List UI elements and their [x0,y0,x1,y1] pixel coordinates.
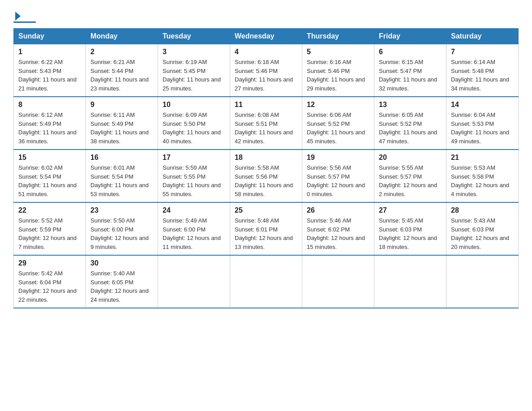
weekday-header-monday: Monday [86,29,158,44]
calendar-day-cell: 5Sunrise: 6:16 AMSunset: 5:46 PMDaylight… [302,44,374,97]
calendar-day-cell: 26Sunrise: 5:46 AMSunset: 6:02 PMDayligh… [302,202,374,255]
day-info: Sunrise: 5:45 AMSunset: 6:03 PMDaylight:… [379,216,442,251]
day-info: Sunrise: 5:52 AMSunset: 5:59 PMDaylight:… [18,216,81,251]
day-number: 18 [235,154,297,162]
calendar-day-cell: 6Sunrise: 6:15 AMSunset: 5:47 PMDaylight… [374,44,446,97]
calendar-day-cell [374,255,446,308]
calendar-day-cell: 12Sunrise: 6:06 AMSunset: 5:52 PMDayligh… [302,97,374,150]
calendar-day-cell: 2Sunrise: 6:21 AMSunset: 5:44 PMDaylight… [86,44,158,97]
day-info: Sunrise: 6:06 AMSunset: 5:52 PMDaylight:… [307,111,369,146]
day-number: 19 [307,154,369,162]
calendar-week-row: 1Sunrise: 6:22 AMSunset: 5:43 PMDaylight… [14,44,519,97]
day-number: 17 [163,154,225,162]
day-info: Sunrise: 6:22 AMSunset: 5:43 PMDaylight:… [18,58,81,93]
weekday-header-wednesday: Wednesday [230,29,302,44]
day-number: 2 [90,48,153,56]
day-number: 22 [18,206,81,214]
day-number: 27 [379,206,442,214]
day-info: Sunrise: 6:02 AMSunset: 5:54 PMDaylight:… [18,163,81,198]
calendar-day-cell: 24Sunrise: 5:49 AMSunset: 6:00 PMDayligh… [158,202,230,255]
day-number: 10 [163,101,225,109]
logo-arrow-icon [15,12,21,21]
calendar-day-cell: 9Sunrise: 6:11 AMSunset: 5:49 PMDaylight… [86,97,158,150]
day-number: 16 [90,154,153,162]
day-number: 13 [379,101,442,109]
day-info: Sunrise: 5:53 AMSunset: 5:58 PMDaylight:… [451,163,514,198]
calendar-day-cell: 22Sunrise: 5:52 AMSunset: 5:59 PMDayligh… [14,202,86,255]
calendar-day-cell: 29Sunrise: 5:42 AMSunset: 6:04 PMDayligh… [14,255,86,308]
day-info: Sunrise: 6:08 AMSunset: 5:51 PMDaylight:… [235,111,297,146]
day-info: Sunrise: 6:14 AMSunset: 5:48 PMDaylight:… [451,58,514,93]
day-number: 1 [18,48,81,56]
calendar-day-cell: 23Sunrise: 5:50 AMSunset: 6:00 PMDayligh… [86,202,158,255]
day-number: 5 [307,48,369,56]
day-info: Sunrise: 5:46 AMSunset: 6:02 PMDaylight:… [307,216,369,251]
calendar-day-cell: 18Sunrise: 5:58 AMSunset: 5:56 PMDayligh… [230,150,302,202]
day-number: 14 [451,101,514,109]
calendar-day-cell: 15Sunrise: 6:02 AMSunset: 5:54 PMDayligh… [14,150,86,202]
weekday-header-sunday: Sunday [14,29,86,44]
calendar-day-cell: 27Sunrise: 5:45 AMSunset: 6:03 PMDayligh… [374,202,446,255]
calendar-day-cell: 25Sunrise: 5:48 AMSunset: 6:01 PMDayligh… [230,202,302,255]
day-number: 3 [163,48,225,56]
day-info: Sunrise: 6:09 AMSunset: 5:50 PMDaylight:… [163,111,225,146]
calendar-day-cell: 17Sunrise: 5:59 AMSunset: 5:55 PMDayligh… [158,150,230,202]
day-number: 4 [235,48,297,56]
day-info: Sunrise: 5:43 AMSunset: 6:03 PMDaylight:… [451,216,514,251]
calendar-week-row: 29Sunrise: 5:42 AMSunset: 6:04 PMDayligh… [14,255,519,308]
day-info: Sunrise: 6:11 AMSunset: 5:49 PMDaylight:… [90,111,153,146]
calendar-day-cell: 21Sunrise: 5:53 AMSunset: 5:58 PMDayligh… [446,150,519,202]
day-info: Sunrise: 6:05 AMSunset: 5:52 PMDaylight:… [379,111,442,146]
calendar-table: SundayMondayTuesdayWednesdayThursdayFrid… [13,28,519,308]
day-number: 24 [163,206,225,214]
day-number: 6 [379,48,442,56]
day-info: Sunrise: 5:59 AMSunset: 5:55 PMDaylight:… [163,163,225,198]
day-info: Sunrise: 6:15 AMSunset: 5:47 PMDaylight:… [379,58,442,93]
day-number: 15 [18,154,81,162]
calendar-day-cell: 3Sunrise: 6:19 AMSunset: 5:45 PMDaylight… [158,44,230,97]
calendar-day-cell [230,255,302,308]
calendar-day-cell [158,255,230,308]
day-info: Sunrise: 6:12 AMSunset: 5:49 PMDaylight:… [18,111,81,146]
day-number: 21 [451,154,514,162]
weekday-header-thursday: Thursday [302,29,374,44]
day-info: Sunrise: 5:55 AMSunset: 5:57 PMDaylight:… [379,163,442,198]
day-info: Sunrise: 5:58 AMSunset: 5:56 PMDaylight:… [235,163,297,198]
calendar-day-cell: 20Sunrise: 5:55 AMSunset: 5:57 PMDayligh… [374,150,446,202]
day-number: 8 [18,101,81,109]
day-number: 7 [451,48,514,56]
day-info: Sunrise: 5:48 AMSunset: 6:01 PMDaylight:… [235,216,297,251]
day-info: Sunrise: 5:49 AMSunset: 6:00 PMDaylight:… [163,216,225,251]
calendar-week-row: 22Sunrise: 5:52 AMSunset: 5:59 PMDayligh… [14,202,519,255]
day-number: 29 [18,259,81,267]
calendar-day-cell: 28Sunrise: 5:43 AMSunset: 6:03 PMDayligh… [446,202,519,255]
day-number: 23 [90,206,153,214]
day-info: Sunrise: 5:50 AMSunset: 6:00 PMDaylight:… [90,216,153,251]
calendar-week-row: 15Sunrise: 6:02 AMSunset: 5:54 PMDayligh… [14,150,519,202]
calendar-day-cell: 13Sunrise: 6:05 AMSunset: 5:52 PMDayligh… [374,97,446,150]
day-number: 26 [307,206,369,214]
day-info: Sunrise: 6:16 AMSunset: 5:46 PMDaylight:… [307,58,369,93]
calendar-day-cell: 8Sunrise: 6:12 AMSunset: 5:49 PMDaylight… [14,97,86,150]
calendar-day-cell: 4Sunrise: 6:18 AMSunset: 5:46 PMDaylight… [230,44,302,97]
logo-row [13,13,36,21]
weekday-header-row: SundayMondayTuesdayWednesdayThursdayFrid… [14,29,519,44]
day-info: Sunrise: 6:18 AMSunset: 5:46 PMDaylight:… [235,58,297,93]
page-header [13,9,519,23]
day-info: Sunrise: 6:01 AMSunset: 5:54 PMDaylight:… [90,163,153,198]
day-info: Sunrise: 5:40 AMSunset: 6:05 PMDaylight:… [90,269,153,304]
logo-underline [13,21,36,23]
calendar-day-cell [302,255,374,308]
calendar-day-cell: 16Sunrise: 6:01 AMSunset: 5:54 PMDayligh… [86,150,158,202]
calendar-week-row: 8Sunrise: 6:12 AMSunset: 5:49 PMDaylight… [14,97,519,150]
day-number: 25 [235,206,297,214]
day-number: 20 [379,154,442,162]
calendar-day-cell: 10Sunrise: 6:09 AMSunset: 5:50 PMDayligh… [158,97,230,150]
day-info: Sunrise: 5:56 AMSunset: 5:57 PMDaylight:… [307,163,369,198]
calendar-day-cell [446,255,519,308]
calendar-day-cell: 1Sunrise: 6:22 AMSunset: 5:43 PMDaylight… [14,44,86,97]
day-info: Sunrise: 6:19 AMSunset: 5:45 PMDaylight:… [163,58,225,93]
day-number: 28 [451,206,514,214]
calendar-day-cell: 7Sunrise: 6:14 AMSunset: 5:48 PMDaylight… [446,44,519,97]
calendar-day-cell: 19Sunrise: 5:56 AMSunset: 5:57 PMDayligh… [302,150,374,202]
